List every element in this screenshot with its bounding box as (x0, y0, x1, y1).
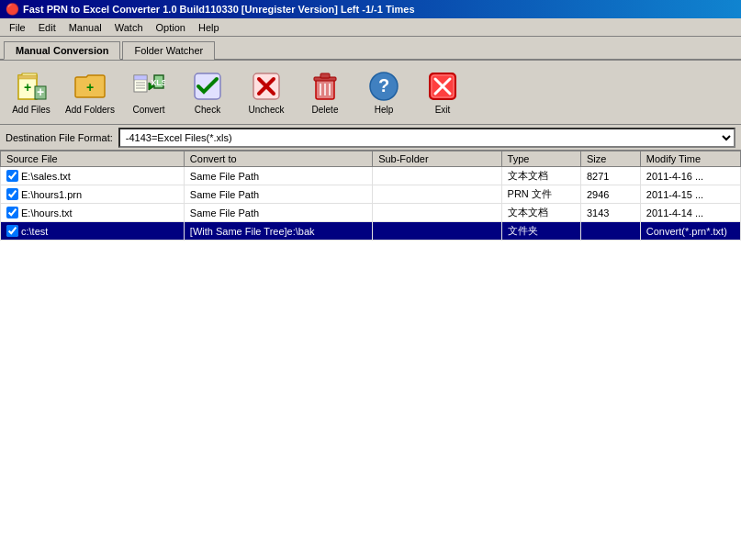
destination-format-bar: Destination File Format: -4143=Excel Fil… (0, 125, 741, 151)
cell-source: E:\hours1.prn (1, 185, 185, 204)
add-folders-button[interactable]: + Add Folders (62, 65, 118, 120)
cell-modtime: 2011-4-14 ... (640, 204, 740, 222)
menu-file[interactable]: File (4, 20, 31, 35)
delete-label: Delete (312, 105, 339, 115)
cell-convert: [With Same File Tree]e:\bak (184, 222, 372, 241)
svg-text:+: + (86, 80, 94, 95)
cell-type: 文本文档 (501, 204, 580, 222)
menu-option[interactable]: Option (151, 20, 191, 35)
row-checkbox[interactable] (6, 225, 18, 237)
check-label: Check (195, 105, 220, 115)
table-row[interactable]: E:\hours.txtSame File Path文本文档31432011-4… (1, 204, 741, 222)
row-checkbox[interactable] (6, 188, 18, 200)
svg-text:XLS: XLS (151, 78, 165, 87)
cell-convert: Same File Path (184, 204, 372, 222)
menu-manual[interactable]: Manual (63, 20, 107, 35)
table-row[interactable]: E:\sales.txtSame File Path文本文档82712011-4… (1, 167, 741, 185)
add-files-button[interactable]: + + Add Files (4, 65, 59, 120)
svg-text:+: + (24, 80, 31, 95)
table-row[interactable]: c:\test[With Same File Tree]e:\bak文件夹Con… (1, 222, 741, 241)
cell-convert: Same File Path (184, 185, 372, 204)
col-header-source[interactable]: Source File (1, 151, 185, 167)
col-header-convert[interactable]: Convert to (184, 151, 372, 167)
add-folders-label: Add Folders (65, 105, 115, 115)
cell-size: 2946 (580, 185, 640, 204)
cell-source: E:\sales.txt (1, 167, 185, 185)
file-table-container[interactable]: Source File Convert to Sub-Folder Type S… (0, 151, 741, 560)
add-files-icon: + + (15, 70, 48, 103)
cell-source: E:\hours.txt (1, 204, 185, 222)
exit-label: Exit (435, 105, 451, 115)
svg-text:?: ? (378, 75, 389, 95)
app-icon: 🔴 (6, 3, 19, 16)
uncheck-label: Uncheck (249, 105, 285, 115)
check-icon (191, 70, 224, 103)
convert-button[interactable]: XLS Convert (121, 65, 176, 120)
uncheck-icon (250, 70, 283, 103)
tab-folder-watcher[interactable]: Folder Watcher (122, 41, 215, 60)
add-folders-icon: + (73, 70, 107, 103)
cell-type: PRN 文件 (501, 185, 580, 204)
col-header-subfolder[interactable]: Sub-Folder (373, 151, 501, 167)
cell-type: 文本文档 (501, 167, 580, 185)
table-row[interactable]: E:\hours1.prnSame File PathPRN 文件2946201… (1, 185, 741, 204)
file-table: Source File Convert to Sub-Folder Type S… (0, 151, 741, 241)
help-icon: ? (367, 70, 400, 103)
cell-subfolder (373, 185, 501, 204)
main-content: Source File Convert to Sub-Folder Type S… (0, 151, 741, 560)
cell-source: c:\test (1, 222, 185, 241)
col-header-size[interactable]: Size (580, 151, 640, 167)
uncheck-button[interactable]: Uncheck (239, 65, 294, 120)
convert-label: Convert (132, 105, 164, 115)
menu-watch[interactable]: Watch (109, 20, 149, 35)
menu-bar: File Edit Manual Watch Option Help (0, 18, 741, 37)
col-header-type[interactable]: Type (501, 151, 580, 167)
cell-modtime: 2011-4-16 ... (640, 167, 740, 185)
destination-format-label: Destination File Format: (6, 132, 113, 143)
cell-modtime: 2011-4-15 ... (640, 185, 740, 204)
exit-button[interactable]: Exit (415, 65, 470, 120)
toolbar: + + Add Files + Add Folders (0, 61, 741, 125)
exit-icon (426, 70, 459, 103)
cell-subfolder (373, 222, 501, 241)
cell-size: 8271 (580, 167, 640, 185)
svg-text:+: + (37, 84, 44, 99)
delete-button[interactable]: Delete (298, 65, 353, 120)
convert-icon: XLS (132, 70, 165, 103)
menu-help[interactable]: Help (193, 20, 225, 35)
tab-manual-conversion[interactable]: Manual Conversion (4, 41, 120, 60)
cell-subfolder (373, 204, 501, 222)
tabs-bar: Manual Conversion Folder Watcher (0, 37, 741, 61)
menu-edit[interactable]: Edit (33, 20, 62, 35)
cell-convert: Same File Path (184, 167, 372, 185)
row-checkbox[interactable] (6, 170, 18, 182)
cell-subfolder (373, 167, 501, 185)
col-header-modtime[interactable]: Modify Time (640, 151, 740, 167)
help-button[interactable]: ? Help (356, 65, 411, 120)
cell-type: 文件夹 (501, 222, 580, 241)
destination-format-select[interactable]: -4143=Excel Files(*.xls) (118, 128, 735, 148)
file-table-area: Source File Convert to Sub-Folder Type S… (0, 151, 741, 560)
add-files-label: Add Files (12, 105, 51, 115)
check-button[interactable]: Check (180, 65, 235, 120)
row-checkbox[interactable] (6, 207, 18, 218)
help-label: Help (375, 105, 394, 115)
svg-rect-8 (134, 75, 147, 80)
cell-size (580, 222, 640, 241)
svg-rect-2 (18, 75, 37, 79)
delete-icon (309, 70, 342, 103)
cell-modtime: Convert(*.prn*.txt) (640, 222, 740, 241)
svg-rect-21 (320, 73, 330, 78)
title-bar: 🔴 Fast PRN to Excel Converter 1.0 Build1… (0, 0, 741, 18)
title-text: Fast PRN to Excel Converter 1.0 Build110… (23, 4, 735, 15)
cell-size: 3143 (580, 204, 640, 222)
